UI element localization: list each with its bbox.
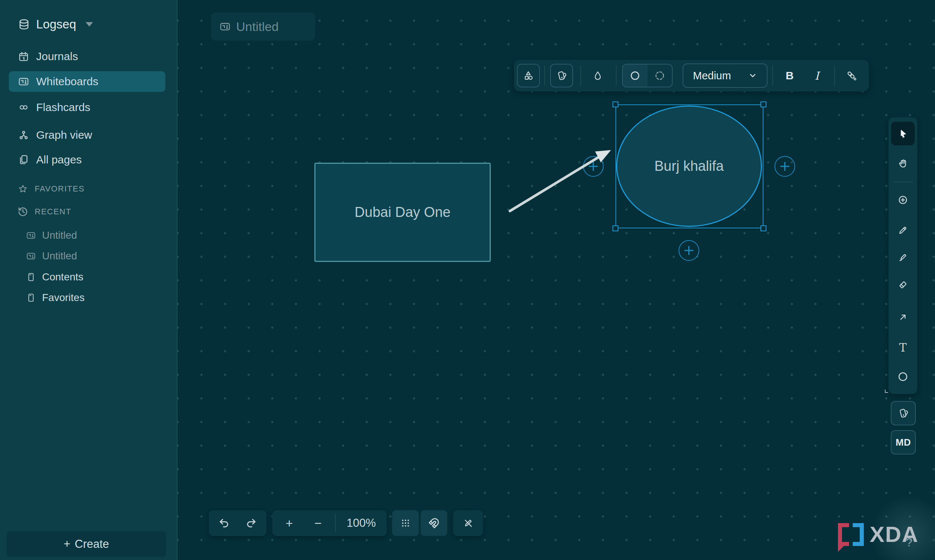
- swatches-icon: [897, 407, 909, 419]
- plus-icon: [778, 160, 791, 173]
- xda-right-bracket-icon: [853, 523, 864, 546]
- redo-button[interactable]: [240, 511, 263, 535]
- rectangle-label: Dubai Day One: [355, 205, 451, 220]
- selection-handle-bottom-left[interactable]: [612, 225, 618, 231]
- arrow-ne-icon: [897, 311, 909, 323]
- xda-watermark: XDA: [838, 523, 919, 546]
- add-link-button[interactable]: [840, 64, 863, 88]
- zoom-in-button[interactable]: +: [277, 511, 301, 535]
- md-label: MD: [895, 437, 910, 448]
- whiteboard-icon: [219, 21, 231, 32]
- zoom-out-label: −: [314, 516, 322, 531]
- highlighter-icon: [897, 251, 909, 262]
- rectangle-shape[interactable]: Dubai Day One: [314, 163, 491, 262]
- bold-label: B: [786, 69, 794, 82]
- caret-down-icon: [86, 22, 93, 26]
- toolbar-separator: [834, 66, 835, 86]
- stroke-dashed-button[interactable]: [647, 65, 672, 87]
- redo-icon: [246, 518, 257, 529]
- selection-handle-bottom-right[interactable]: [760, 225, 766, 231]
- draw-tool-button[interactable]: [891, 217, 915, 240]
- create-label: Create: [75, 537, 109, 551]
- plus-circle-icon: [897, 194, 909, 206]
- bold-button[interactable]: B: [778, 64, 801, 88]
- star-icon: [18, 184, 28, 194]
- eraser-tool-button[interactable]: [891, 273, 915, 297]
- pen-mode-bar: [453, 510, 483, 536]
- select-tool-button[interactable]: [891, 122, 915, 145]
- ellipse-shape[interactable]: Burj khalifa: [616, 106, 762, 227]
- recent-item-contents[interactable]: Contents: [9, 268, 165, 287]
- italic-button[interactable]: I: [806, 64, 828, 88]
- sidebar-item-journals[interactable]: Journals: [9, 46, 165, 67]
- connector-plus-right-button[interactable]: [775, 156, 795, 177]
- create-button[interactable]: + Create: [7, 531, 166, 557]
- whiteboard-icon: [18, 75, 29, 88]
- undo-button[interactable]: [212, 511, 236, 535]
- pen-mode-toggle-button[interactable]: [457, 511, 480, 535]
- font-size-dropdown[interactable]: Medium: [683, 63, 767, 88]
- page-icon: [26, 272, 36, 282]
- opacity-button[interactable]: [586, 64, 609, 88]
- snap-toggle-button[interactable]: [421, 510, 447, 536]
- graph-switcher[interactable]: Logseq: [9, 14, 165, 35]
- theme-swatch-button[interactable]: [891, 401, 916, 425]
- sidebar-section-favorites[interactable]: FAVORITES: [9, 178, 165, 199]
- recent-item-untitled-1[interactable]: Untitled: [9, 226, 165, 245]
- section-label: RECENT: [35, 207, 71, 217]
- font-size-value: Medium: [693, 70, 731, 82]
- sidebar-item-label: Flashcards: [36, 101, 91, 114]
- recent-item-label: Untitled: [42, 250, 77, 262]
- sidebar-item-whiteboards[interactable]: Whiteboards: [9, 71, 165, 92]
- selection-handle-top-right[interactable]: [760, 102, 766, 107]
- link-plus-icon: [846, 70, 858, 82]
- connector-plus-bottom-button[interactable]: [678, 240, 699, 261]
- pan-tool-button[interactable]: [891, 152, 915, 175]
- board-title: Untitled: [236, 20, 278, 34]
- selection-handle-top-left[interactable]: [612, 102, 618, 107]
- sidebar-item-graph-view[interactable]: Graph view: [9, 125, 165, 145]
- droplet-icon: [592, 70, 604, 82]
- sidebar-item-flashcards[interactable]: Flashcards: [9, 97, 165, 118]
- markdown-button[interactable]: MD: [891, 430, 916, 454]
- zoom-level-value: 100%: [346, 517, 376, 530]
- sidebar-item-all-pages[interactable]: All pages: [9, 149, 165, 170]
- circle-icon: [897, 371, 909, 383]
- highlighter-tool-button[interactable]: [891, 245, 915, 268]
- infinity-icon: [18, 102, 29, 113]
- calendar-icon: [18, 51, 29, 62]
- more-shapes-corner-icon: [884, 389, 889, 393]
- board-title-chip[interactable]: Untitled: [211, 12, 315, 41]
- sidebar-item-label: Journals: [36, 50, 78, 63]
- whiteboard-icon: [26, 230, 36, 240]
- recent-item-untitled-2[interactable]: Untitled: [9, 246, 165, 266]
- shapes-icon: [523, 70, 534, 82]
- cursor-icon: [897, 128, 909, 140]
- sidebar-item-label: Whiteboards: [36, 75, 98, 88]
- grid-toggle-button[interactable]: [392, 510, 419, 536]
- zoom-bar: + − 100%: [272, 510, 387, 536]
- logo-label: Logseq: [36, 17, 76, 31]
- color-swatch-button[interactable]: [550, 64, 573, 88]
- xda-left-bracket-icon: [838, 523, 849, 546]
- add-shape-tool-button[interactable]: [891, 188, 915, 212]
- copy-pages-icon: [18, 154, 29, 166]
- text-tool-icon: T: [899, 341, 907, 354]
- rail-divider: [893, 182, 913, 182]
- shape-picker-button[interactable]: [517, 64, 540, 88]
- stroke-style-group: [622, 64, 673, 88]
- ellipse-label: Burj khalifa: [655, 158, 724, 174]
- sidebar-section-recent[interactable]: RECENT: [9, 202, 165, 222]
- text-tool-button[interactable]: T: [891, 336, 915, 359]
- arrow-tool-button[interactable]: [891, 305, 915, 329]
- stroke-solid-button[interactable]: [623, 65, 647, 87]
- zoom-out-button[interactable]: −: [306, 511, 330, 535]
- connector-plus-left-button[interactable]: [583, 156, 604, 177]
- whiteboard-canvas[interactable]: ? Untitled Dubai Day One Burj khalifa: [177, 0, 935, 560]
- zoom-level-button[interactable]: 100%: [341, 511, 381, 535]
- ellipse-tool-button[interactable]: [891, 365, 915, 389]
- plus-glyph: +: [63, 537, 70, 551]
- magnet-icon: [428, 518, 440, 529]
- recent-item-favorites[interactable]: Favorites: [9, 288, 165, 307]
- undo-icon: [218, 518, 229, 529]
